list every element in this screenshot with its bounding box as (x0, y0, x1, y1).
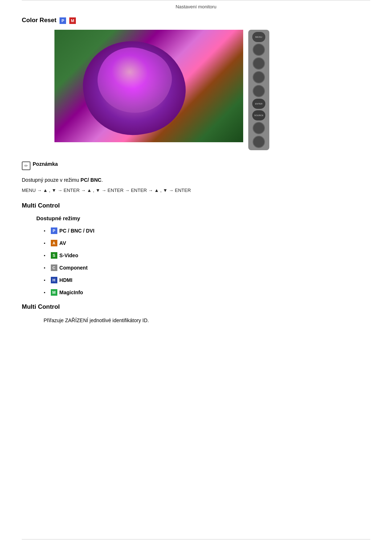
mode-label-av: AV (60, 240, 66, 246)
note-title: Poznámka (33, 161, 58, 167)
color-reset-title: Color Reset P M (22, 17, 370, 24)
mode-label-magicinfo: MagicInfo (60, 290, 83, 295)
list-item: M MagicInfo (44, 289, 370, 296)
description-text: Přiřazuje ZAŘÍZENÍ jednotlivé identifiká… (44, 316, 370, 325)
list-item: S S-Video (44, 252, 370, 259)
mode-label-hdmi: HDMI (60, 277, 73, 283)
list-item: C Component (44, 264, 370, 271)
remote-enter-button[interactable]: ENTER (252, 99, 265, 109)
list-item: P PC / BNC / DVI (44, 227, 370, 234)
flower-image (54, 30, 243, 142)
remote-menu-button[interactable]: MENU (252, 32, 265, 42)
badge-p: P (60, 17, 66, 24)
multi-control-2-title: Multi Control (22, 303, 370, 311)
mode-badge-h: H (51, 277, 57, 283)
note-suffix: . (101, 177, 103, 183)
note-text-before: Dostupný pouze v režimu (22, 177, 79, 183)
mode-badge-p: P (51, 227, 57, 234)
list-item: H HDMI (44, 276, 370, 284)
remote-dot-4 (253, 85, 265, 97)
remote-dot-1 (253, 44, 265, 56)
mode-badge-a: A (51, 240, 57, 246)
note-mode: PC/ BNC (81, 177, 102, 183)
remote-dot-3 (253, 71, 265, 83)
image-remote-container: MENU ENTER SOURCE (22, 30, 370, 150)
menu-navigation: MENU → ▲ , ▼ → ENTER → ▲ , ▼ → ENTER → E… (22, 186, 370, 194)
mode-label-component: Component (60, 265, 88, 271)
remote-dot-2 (253, 57, 265, 70)
mode-badge-c: C (51, 264, 57, 271)
note-section: Poznámka (22, 161, 370, 170)
dostupne-rezimy-title: Dostupné režimy (36, 215, 370, 221)
note-icon (22, 161, 30, 170)
top-rule (22, 0, 370, 0)
list-item: A AV (44, 239, 370, 247)
bottom-rule (22, 539, 370, 539)
mode-label-pc: PC / BNC / DVI (60, 228, 94, 234)
mode-badge-s: S (51, 252, 57, 259)
remote-dot-5 (253, 122, 265, 134)
remote-dot-6 (253, 136, 265, 148)
color-reset-label: Color Reset (22, 17, 56, 24)
remote-source-button[interactable]: SOURCE (252, 110, 265, 120)
mode-label-svideo: S-Video (60, 253, 78, 258)
note-text: Dostupný pouze v režimu PC/ BNC. (22, 176, 370, 184)
page-header-title: Nastavení monitoru (22, 4, 370, 9)
multi-control-1-title: Multi Control (22, 202, 370, 209)
mode-list: P PC / BNC / DVI A AV S S-Video C Compon… (44, 227, 370, 296)
mode-badge-m2: M (51, 289, 57, 296)
remote-control: MENU ENTER SOURCE (248, 30, 269, 150)
badge-m: M (69, 17, 76, 24)
